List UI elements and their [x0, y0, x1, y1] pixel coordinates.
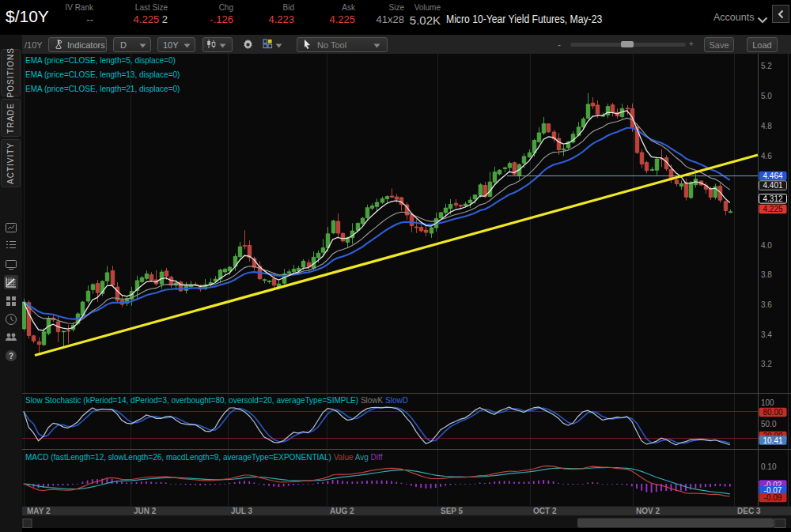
svg-text:4.401: 4.401 [763, 181, 782, 190]
svg-text:?: ? [9, 352, 13, 360]
svg-text:3.6: 3.6 [761, 300, 772, 309]
svg-text:100: 100 [761, 398, 774, 407]
svg-text:MAY 2: MAY 2 [27, 507, 51, 515]
svg-text:5.0: 5.0 [761, 92, 772, 100]
svg-text:3.8: 3.8 [761, 270, 772, 279]
svg-text:OCT 2: OCT 2 [533, 507, 557, 515]
svg-text:3.4: 3.4 [761, 330, 772, 339]
svg-text:4.464: 4.464 [763, 172, 782, 180]
svg-text:10.41: 10.41 [763, 436, 782, 445]
svg-text:80.00: 80.00 [763, 408, 782, 417]
svg-text:5.2: 5.2 [761, 62, 772, 70]
svg-text:4.0: 4.0 [761, 241, 772, 250]
svg-text:50.0: 50.0 [761, 420, 777, 428]
svg-text:3.2: 3.2 [761, 360, 772, 368]
svg-text:JUL 3: JUL 3 [231, 507, 252, 515]
svg-text:AUG 2: AUG 2 [330, 507, 354, 515]
svg-text:SEP 5: SEP 5 [441, 507, 464, 515]
svg-text:4.8: 4.8 [761, 122, 772, 130]
svg-text:4.225: 4.225 [763, 205, 782, 213]
svg-text:0.10: 0.10 [761, 462, 777, 471]
svg-text:NOV 2: NOV 2 [636, 507, 660, 515]
svg-text:-0.09: -0.09 [764, 493, 782, 502]
svg-text:DEC 3: DEC 3 [737, 507, 761, 515]
svg-text:4.6: 4.6 [761, 152, 772, 160]
svg-text:JUN 2: JUN 2 [134, 507, 157, 515]
svg-text:4.312: 4.312 [763, 194, 782, 203]
